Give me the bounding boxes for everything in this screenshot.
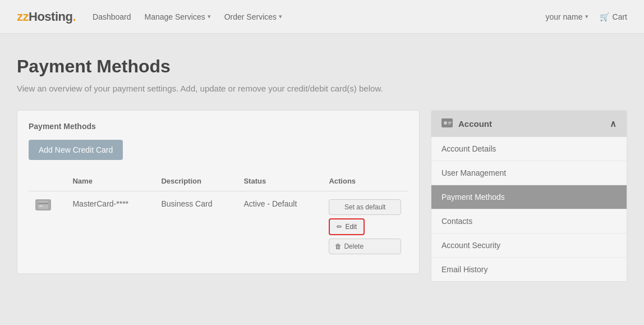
cart-button[interactable]: 🛒 Cart <box>600 12 627 21</box>
page-title: Payment Methods <box>17 56 627 77</box>
trash-icon: 🗑 <box>335 242 342 250</box>
header-right: your name ▾ 🛒 Cart <box>545 12 627 21</box>
svg-rect-1 <box>38 203 48 204</box>
nav-order-services[interactable]: Order Services ▾ <box>224 12 282 21</box>
nav-manage-services[interactable]: Manage Services ▾ <box>145 12 211 21</box>
sidebar-item-account-details[interactable]: Account Details <box>431 137 627 161</box>
col-status: Status <box>237 171 322 191</box>
panel-title: Payment Methods <box>29 122 408 131</box>
page-subtitle: View an overview of your payment setting… <box>17 84 627 93</box>
content-layout: Payment Methods Add New Credit Card Name… <box>17 110 627 282</box>
account-card-icon <box>441 118 453 129</box>
account-sidebar: Account Account Details User Management … <box>431 110 627 282</box>
sidebar-header-left: Account <box>441 118 492 129</box>
col-name: Name <box>66 171 154 191</box>
credit-card-icon <box>35 199 51 210</box>
account-section: Account Account Details User Management … <box>431 110 627 282</box>
user-menu[interactable]: your name ▾ <box>545 12 588 21</box>
set-default-button[interactable]: Set as default <box>329 199 401 215</box>
svg-rect-6 <box>448 123 450 125</box>
add-credit-card-button[interactable]: Add New Credit Card <box>29 140 123 160</box>
sidebar-item-user-management[interactable]: User Management <box>431 161 627 185</box>
user-dropdown-icon: ▾ <box>585 13 588 20</box>
card-name: MasterCard-**** <box>66 191 154 263</box>
col-icon <box>29 171 66 191</box>
sidebar-items: Account Details User Management Payment … <box>431 137 627 281</box>
card-status: Active - Default <box>237 191 322 263</box>
card-icon-cell <box>29 191 66 263</box>
svg-rect-0 <box>38 201 48 209</box>
logo[interactable]: zzHosting. <box>17 10 76 24</box>
cart-label: Cart <box>613 12 627 21</box>
logo-dot: . <box>72 10 76 24</box>
sidebar-item-email-history[interactable]: Email History <box>431 258 627 281</box>
sidebar-item-account-security[interactable]: Account Security <box>431 234 627 258</box>
pencil-icon: ✏ <box>337 223 342 231</box>
user-name-label: your name <box>545 12 582 21</box>
payment-methods-panel: Payment Methods Add New Credit Card Name… <box>17 110 420 274</box>
col-description: Description <box>154 171 237 191</box>
sidebar-item-payment-methods[interactable]: Payment Methods <box>431 185 627 209</box>
logo-hosting: Hosting <box>29 10 72 24</box>
table-row: MasterCard-**** Business Card Active - D… <box>29 191 408 263</box>
col-actions: Actions <box>322 171 408 191</box>
cards-table: Name Description Status Actions <box>29 171 408 262</box>
order-services-dropdown-icon: ▾ <box>279 13 282 20</box>
sidebar-section-title: Account <box>458 119 492 129</box>
chevron-up-icon[interactable] <box>610 118 617 129</box>
svg-point-4 <box>444 121 447 125</box>
manage-services-dropdown-icon: ▾ <box>208 13 211 20</box>
logo-zz: zz <box>17 10 29 24</box>
svg-rect-2 <box>39 205 43 207</box>
main-content: Payment Methods View an overview of your… <box>0 34 644 299</box>
sidebar-header: Account <box>431 111 627 137</box>
card-description: Business Card <box>154 191 237 263</box>
card-actions: Set as default ✏ Edit 🗑 Delete <box>322 191 408 263</box>
edit-button[interactable]: ✏ Edit <box>329 218 365 235</box>
delete-button[interactable]: 🗑 Delete <box>329 239 401 254</box>
cart-icon: 🛒 <box>600 12 609 21</box>
edit-delete-row: ✏ Edit <box>329 218 401 235</box>
svg-rect-5 <box>448 122 452 123</box>
sidebar-item-contacts[interactable]: Contacts <box>431 209 627 234</box>
main-nav: Dashboard Manage Services ▾ Order Servic… <box>93 12 282 21</box>
header: zzHosting. Dashboard Manage Services ▾ O… <box>0 0 644 34</box>
nav-dashboard[interactable]: Dashboard <box>93 12 131 21</box>
